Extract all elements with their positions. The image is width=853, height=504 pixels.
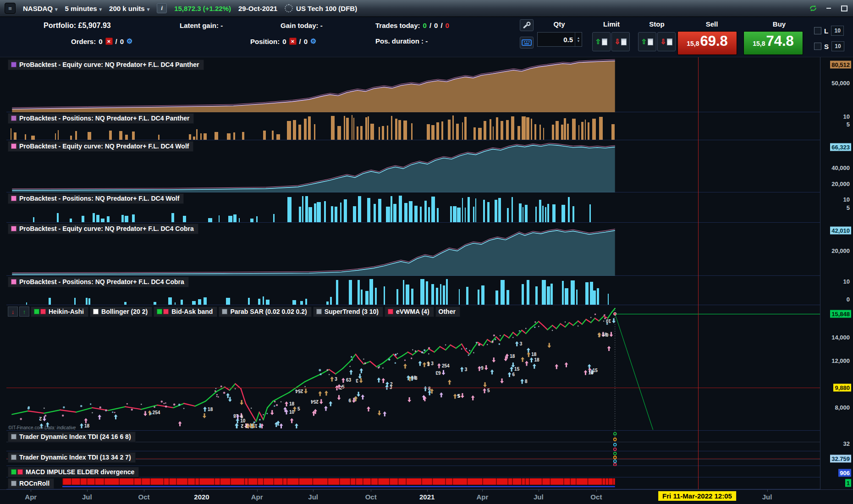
buy-button[interactable]: 15,8 74.8 xyxy=(743,31,803,55)
arrow-up-icon: ⇧ xyxy=(641,38,647,46)
axis-value: 10 xyxy=(842,113,851,121)
panel-label-wolf-equity[interactable]: ProBacktest - Equity curve: NQ Predator+… xyxy=(8,141,193,152)
order-tools-button[interactable] xyxy=(520,19,534,31)
position-settings-icon[interactable] xyxy=(310,37,316,45)
long-qty-box[interactable]: 10 xyxy=(831,26,844,36)
series-color-icon xyxy=(11,226,17,231)
time-label: Apr xyxy=(476,493,488,501)
quick-buy-arrow-button[interactable]: ↑ xyxy=(19,307,29,317)
timeframe-dropdown[interactable]: 5 minutes xyxy=(65,5,102,12)
chevron-down-icon xyxy=(99,5,102,12)
trades-win: 0 xyxy=(423,22,427,29)
axis-value: 10 xyxy=(842,278,851,285)
panel-label-panther-positions[interactable]: ProBacktest - Positions: NQ Predator+ F.… xyxy=(8,113,194,124)
panel-label-wolf-positions[interactable]: ProBacktest - Positions: NQ Predator+ F.… xyxy=(8,193,184,204)
axis-value: 5 xyxy=(845,204,851,212)
axis-value: 50,000 xyxy=(830,79,851,87)
axis-value: 20,000 xyxy=(830,247,851,255)
stop-buy-button[interactable]: ⇧ xyxy=(638,32,656,51)
short-qty-box[interactable]: 10 xyxy=(831,41,844,51)
panel-label-rocnroll[interactable]: ROCnRoll xyxy=(8,478,54,489)
indicator-parab-sar[interactable]: Parab SAR (0.02 0.02 0.2) xyxy=(219,307,311,317)
buy-header: Buy xyxy=(754,20,804,28)
orders-settings-icon[interactable] xyxy=(127,37,132,45)
panel-label-cobra-equity[interactable]: ProBacktest - Equity curve: NQ Predator+… xyxy=(8,224,198,234)
top-bar: ≡ NASDAQ 5 minutes 200 k units i 15,872.… xyxy=(0,0,853,17)
svg-text:18: 18 xyxy=(531,352,537,357)
cancel-orders-icon[interactable] xyxy=(105,38,113,45)
crosshair-vertical-line xyxy=(698,57,699,489)
svg-text:6: 6 xyxy=(241,414,243,419)
series-color-icon xyxy=(11,115,17,121)
position-label: Position: xyxy=(250,38,280,45)
indicator-other[interactable]: Other xyxy=(435,307,460,317)
short-checkbox[interactable] xyxy=(814,43,821,50)
separator: / xyxy=(299,38,301,45)
latent-gain: Latent gain: - xyxy=(180,22,223,29)
indicator-bollinger[interactable]: Bollinger (20 2) xyxy=(90,307,152,317)
series-color-icon xyxy=(11,469,23,475)
account-bar: Portfolio: £5,907.93 Orders: 0 / 0 Laten… xyxy=(0,16,853,57)
series-color-icon xyxy=(11,62,17,67)
sell-price-prefix: 15,8 xyxy=(687,40,699,47)
buy-price-prefix: 15,8 xyxy=(753,40,765,47)
indicator-bar: ↓ ↑ Heikin-Ashi Bollinger (20 2) Bid-Ask… xyxy=(8,307,460,317)
panel-label-macd[interactable]: MACD IMPULSE ELDER divergence xyxy=(8,467,139,477)
last-price-line xyxy=(615,314,820,314)
keyboard-trading-button[interactable] xyxy=(520,37,534,49)
portfolio-value: Portfolio: £5,907.93 xyxy=(44,22,111,30)
panel-label-tdi-1[interactable]: Trader Dynamic Index TDI (24 16 6 8) xyxy=(8,432,136,442)
svg-text:18: 18 xyxy=(534,357,540,362)
indicator-bid-ask-band[interactable]: Bid-Ask band xyxy=(154,307,217,317)
info-icon[interactable]: i xyxy=(157,3,167,13)
instrument-label: US Tech 100 (DFB) xyxy=(296,5,357,12)
orders-summary: Orders: 0 / 0 xyxy=(71,37,133,45)
chevron-down-icon xyxy=(55,5,58,12)
app-menu-icon[interactable]: ≡ xyxy=(5,3,16,14)
quantity-input[interactable]: 0.5 ▲▼ xyxy=(537,32,582,47)
time-label: Jul xyxy=(534,493,544,501)
sell-button[interactable]: 15,8 69.8 xyxy=(677,31,737,55)
minimize-button[interactable] xyxy=(825,5,833,12)
svg-text:3: 3 xyxy=(427,362,430,367)
svg-text:3: 3 xyxy=(335,377,337,382)
price-axis[interactable]: 80,51250,00010566,32340,00020,00010542,0… xyxy=(820,57,853,489)
time-label: Oct xyxy=(590,493,602,501)
separator: / xyxy=(429,22,431,29)
quantity-stepper[interactable]: ▲▼ xyxy=(575,33,582,46)
refresh-icon[interactable] xyxy=(809,5,817,12)
panel-label-tdi-2[interactable]: Trader Dynamic Index TDI (13 34 2 7) xyxy=(8,452,136,463)
panel-label-cobra-positions[interactable]: ProBacktest - Positions: NQ Predator+ F.… xyxy=(8,277,189,287)
stop-sell-button[interactable]: ⇩ xyxy=(657,32,676,51)
time-label: 2021 xyxy=(419,493,435,501)
svg-text:8: 8 xyxy=(525,379,528,384)
axis-value: 14,000 xyxy=(830,334,851,341)
quick-sell-arrow-button[interactable]: ↓ xyxy=(8,307,18,317)
axis-value: 906 xyxy=(838,469,851,477)
svg-text:18: 18 xyxy=(602,332,607,337)
svg-text:5: 5 xyxy=(487,388,490,393)
time-label: 2020 xyxy=(194,493,209,501)
series-color-icon xyxy=(11,455,17,460)
units-dropdown[interactable]: 200 k units xyxy=(109,5,149,12)
svg-text:3: 3 xyxy=(356,378,358,383)
svg-text:6: 6 xyxy=(512,372,515,377)
time-axis[interactable]: Fri 11-Mar-2022 12:05 AprJulOct2020AprJu… xyxy=(0,489,853,504)
limit-buy-button[interactable]: ⇧ xyxy=(592,32,611,51)
symbol-dropdown[interactable]: NASDAQ xyxy=(23,5,58,12)
panel-label-panther-equity[interactable]: ProBacktest - Equity curve: NQ Predator+… xyxy=(8,60,204,70)
maximize-button[interactable] xyxy=(840,5,848,12)
sell-header: Sell xyxy=(687,20,737,28)
long-checkbox[interactable] xyxy=(814,27,821,34)
limit-sell-button[interactable]: ⇩ xyxy=(611,32,630,51)
indicator-evwma[interactable]: eVWMA (4) xyxy=(385,307,434,317)
close-position-icon[interactable] xyxy=(289,38,297,45)
indicator-supertrend[interactable]: SuperTrend (3 10) xyxy=(313,307,383,317)
trades-flat: 0 xyxy=(434,22,438,29)
indicator-heikin-ashi[interactable]: Heikin-Ashi xyxy=(31,307,88,317)
svg-text:10: 10 xyxy=(605,318,611,323)
instrument-icon xyxy=(285,4,293,12)
svg-text:254: 254 xyxy=(442,363,450,368)
short-order-row: S 10 xyxy=(814,41,844,51)
series-color-icon xyxy=(11,434,17,439)
